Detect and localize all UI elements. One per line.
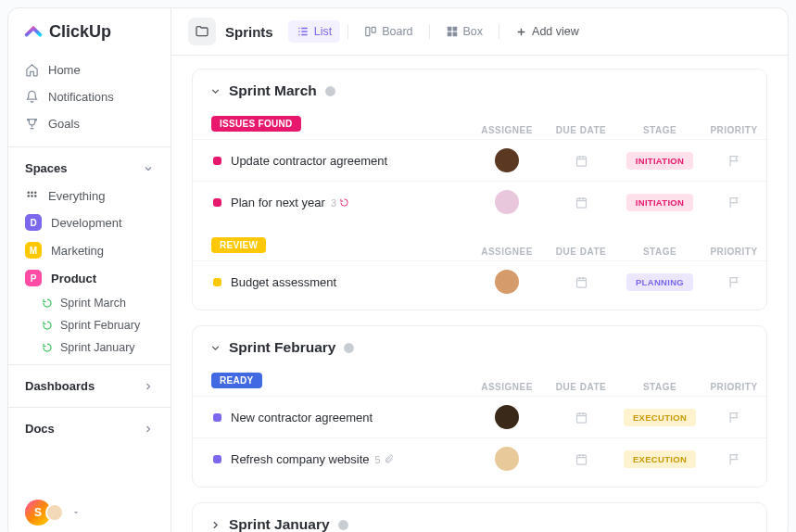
sprint-block: Sprint February READY ASSIGNEE DUE DATE … [192,325,767,488]
nav-home[interactable]: Home [16,57,163,83]
task-row[interactable]: Budget assessment PLANNING [193,260,766,302]
task-name: New contractor agreement [231,411,470,424]
col-stage: STAGE [618,125,701,135]
task-meta: 3 [331,197,349,209]
nav-goals-label: Goals [48,117,80,131]
svg-rect-9 [452,27,457,32]
assignee-avatar[interactable] [495,190,519,214]
calendar-icon[interactable] [575,196,588,209]
sprint-sub-item[interactable]: Sprint February [8,314,171,336]
nav-home-label: Home [48,63,81,77]
task-status-square [213,157,221,165]
flag-icon[interactable] [727,411,741,424]
calendar-icon[interactable] [575,275,588,289]
task-row[interactable]: Plan for next year3 INITIATION [193,181,766,222]
home-icon [25,63,39,77]
task-name: Plan for next year3 [231,196,470,209]
flag-icon[interactable] [727,452,741,466]
sprint-icon [42,298,53,309]
logo[interactable]: ClickUp [8,8,171,53]
sidebar: ClickUp Home Notifications Goals Spaces … [8,8,171,532]
info-icon [324,85,336,97]
space-item-product[interactable]: PProduct [8,264,171,292]
space-item-development[interactable]: DDevelopment [8,209,171,236]
status-pill[interactable]: READY [211,373,262,388]
svg-rect-10 [447,32,451,37]
nav-notifications[interactable]: Notifications [16,83,163,110]
view-list[interactable]: List [288,20,340,43]
chevron-down-icon [143,163,154,174]
space-everything[interactable]: Everything [8,184,171,209]
sprint-sub-item[interactable]: Sprint January [8,336,171,359]
task-row[interactable]: Update contractor agreement INITIATION [193,139,766,181]
col-due-date: DUE DATE [544,247,618,257]
task-row[interactable]: Refresh company website5 EXECUTION [193,437,766,479]
svg-rect-11 [452,32,457,37]
stage-pill[interactable]: INITIATION [626,194,693,211]
folder-button[interactable] [188,18,216,45]
user-avatar-row[interactable]: S [8,487,171,532]
space-label: Development [51,216,122,230]
stage-pill[interactable]: PLANNING [626,273,693,291]
task-name: Refresh company website5 [231,452,470,466]
assignee-avatar[interactable] [495,405,519,429]
assignee-avatar[interactable] [495,447,519,471]
svg-point-19 [338,520,348,530]
svg-point-1 [31,192,33,195]
svg-rect-13 [576,157,586,166]
svg-point-2 [28,195,31,197]
dashboards-header[interactable]: Dashboards [8,371,171,401]
assignee-avatar[interactable] [495,270,519,294]
col-priority: PRIORITY [701,125,766,135]
nav-goals[interactable]: Goals [16,110,163,137]
flag-icon[interactable] [727,275,741,289]
sprint-block: Sprint January [192,502,767,532]
status-group: ISSUES FOUND ASSIGNEE DUE DATE STAGE PRI… [193,108,766,230]
svg-point-4 [34,192,37,195]
svg-point-0 [28,192,31,195]
sprint-sub-label: Sprint February [60,319,140,332]
col-assignee: ASSIGNEE [470,247,544,257]
add-view[interactable]: Add view [507,20,588,43]
sprint-header[interactable]: Sprint February [193,326,766,365]
logo-text: ClickUp [49,22,111,42]
flag-icon[interactable] [727,154,741,168]
sprint-title: Sprint February [229,339,335,356]
task-row[interactable]: New contractor agreement EXECUTION [193,396,766,437]
assignee-avatar[interactable] [495,148,519,172]
space-label: Product [51,272,96,285]
view-box[interactable]: Box [437,20,492,43]
status-pill[interactable]: ISSUES FOUND [211,116,301,132]
task-status-square [213,413,221,422]
stage-pill[interactable]: EXECUTION [624,409,696,426]
board-icon [364,25,377,38]
space-item-marketing[interactable]: MMarketing [8,236,171,264]
stage-pill[interactable]: EXECUTION [624,450,696,468]
list-icon [297,25,310,38]
svg-rect-18 [576,455,586,464]
col-priority: PRIORITY [701,382,766,392]
status-group: REVIEW ASSIGNEE DUE DATE STAGE PRIORITY … [193,230,766,310]
docs-label: Docs [25,422,55,436]
sprint-header[interactable]: Sprint January [193,503,766,532]
user-avatar-secondary [45,503,64,522]
stage-pill[interactable]: INITIATION [626,152,693,170]
calendar-icon[interactable] [575,411,588,424]
info-icon [337,519,349,531]
status-pill[interactable]: REVIEW [211,237,266,253]
spaces-header[interactable]: Spaces [8,153,171,184]
col-assignee: ASSIGNEE [470,125,544,135]
sprint-icon [42,342,53,353]
flag-icon[interactable] [727,196,741,209]
calendar-icon[interactable] [575,154,588,168]
col-stage: STAGE [618,247,701,257]
sprint-sub-item[interactable]: Sprint March [8,292,171,314]
task-name: Update contractor agreement [231,154,470,168]
docs-header[interactable]: Docs [8,413,171,444]
view-board[interactable]: Board [356,20,421,43]
svg-point-5 [34,195,37,197]
sprint-header[interactable]: Sprint March [193,70,766,108]
sprint-icon [42,320,53,331]
calendar-icon[interactable] [575,452,588,466]
folder-icon [195,24,209,39]
